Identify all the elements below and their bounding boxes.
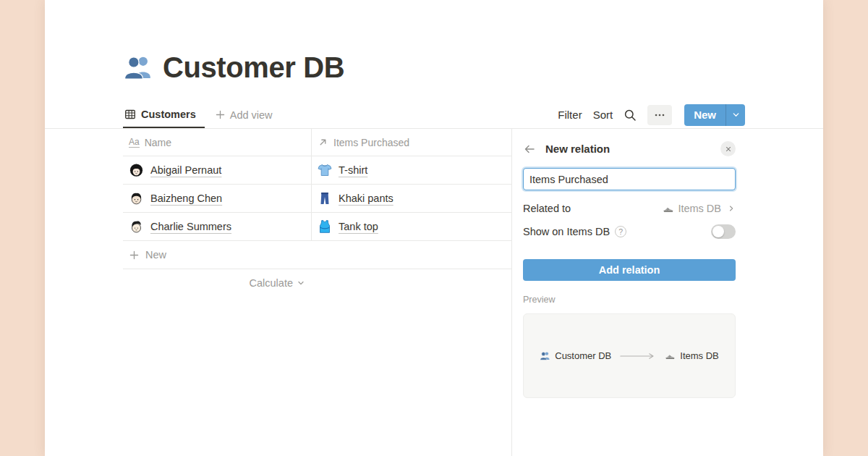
filter-button[interactable]: Filter bbox=[558, 109, 582, 121]
column-label: Items Purchased bbox=[333, 137, 409, 148]
table-icon bbox=[124, 109, 136, 120]
relation-name-input[interactable] bbox=[523, 168, 736, 190]
new-row-label: New bbox=[145, 249, 166, 261]
relation-arrow-icon bbox=[318, 137, 328, 148]
row-item-link[interactable]: T-shirt bbox=[339, 164, 367, 176]
customers-table: Aa Name Items Purchased Abigail Pernaut … bbox=[123, 129, 511, 456]
search-icon[interactable] bbox=[624, 109, 637, 122]
plus-icon bbox=[129, 250, 140, 261]
sneaker-icon bbox=[665, 350, 676, 361]
row-name-link[interactable]: Charlie Summers bbox=[150, 221, 231, 232]
avatar-charlie-icon bbox=[129, 219, 144, 235]
toggle-knob bbox=[712, 226, 724, 237]
relation-preview: Customer DB Items DB bbox=[523, 313, 736, 398]
preview-target-label: Items DB bbox=[680, 350, 718, 361]
table-row: Charlie Summers Tank top bbox=[123, 213, 511, 241]
relation-panel: New relation Related to Items DB Show on… bbox=[511, 129, 823, 456]
row-item-link[interactable]: Khaki pants bbox=[339, 193, 393, 204]
column-label: Name bbox=[145, 137, 171, 148]
plus-icon bbox=[215, 109, 226, 120]
tab-customers[interactable]: Customers bbox=[123, 101, 205, 128]
related-to-label: Related to bbox=[523, 203, 571, 214]
calculate-label: Calculate bbox=[250, 277, 293, 289]
related-to-row[interactable]: Related to Items DB bbox=[523, 200, 736, 216]
notion-page-card: Customer DB Customers Add view Filter So… bbox=[45, 0, 823, 456]
close-icon bbox=[724, 145, 733, 153]
add-view-label: Add view bbox=[230, 109, 273, 121]
people-icon[interactable] bbox=[123, 52, 153, 83]
table-row: Baizheng Chen Khaki pants bbox=[123, 185, 511, 213]
row-item-link[interactable]: Tank top bbox=[339, 221, 378, 232]
row-name-link[interactable]: Baizheng Chen bbox=[150, 193, 222, 204]
text-property-icon: Aa bbox=[129, 138, 140, 148]
chevron-down-icon bbox=[297, 279, 305, 287]
close-button[interactable] bbox=[720, 141, 736, 156]
page-title: Customer DB bbox=[163, 51, 344, 84]
add-view-button[interactable]: Add view bbox=[212, 109, 276, 121]
sneaker-icon bbox=[663, 203, 674, 214]
column-header-name[interactable]: Aa Name bbox=[123, 129, 311, 156]
new-row-button[interactable]: New bbox=[123, 241, 511, 269]
add-relation-button[interactable]: Add relation bbox=[523, 259, 736, 281]
question-icon[interactable]: ? bbox=[615, 226, 626, 237]
arrow-left-icon bbox=[523, 143, 536, 156]
pants-icon bbox=[318, 191, 332, 206]
show-on-label: Show on Items DB bbox=[523, 226, 610, 237]
new-button[interactable]: New bbox=[684, 104, 726, 126]
relation-panel-header: New relation bbox=[523, 141, 736, 156]
avatar-abigail-icon bbox=[129, 163, 144, 178]
preview-source-label: Customer DB bbox=[555, 350, 611, 361]
new-dropdown-button[interactable] bbox=[726, 104, 745, 126]
column-header-items-purchased[interactable]: Items Purchased bbox=[311, 129, 511, 156]
tab-label: Customers bbox=[141, 109, 196, 120]
new-button-group: New bbox=[684, 104, 745, 126]
tshirt-icon bbox=[318, 163, 332, 177]
calculate-button[interactable]: Calculate bbox=[123, 269, 305, 297]
long-arrow-right-icon bbox=[619, 352, 657, 360]
page-header: Customer DB bbox=[45, 0, 823, 84]
tanktop-icon bbox=[318, 219, 332, 234]
view-bar: Customers Add view Filter Sort New bbox=[123, 101, 745, 128]
back-button[interactable] bbox=[523, 143, 536, 156]
related-to-value: Items DB bbox=[678, 203, 721, 214]
screenshot-root: { "window": { "bg_color": "#f4dccb", "ca… bbox=[0, 0, 868, 456]
preview-label: Preview bbox=[523, 295, 823, 305]
panel-title: New relation bbox=[545, 143, 610, 155]
sort-button[interactable]: Sort bbox=[593, 109, 613, 121]
show-on-toggle[interactable] bbox=[711, 224, 736, 239]
table-row: Abigail Pernaut T-shirt bbox=[123, 156, 511, 185]
people-icon bbox=[540, 350, 550, 361]
show-on-row: Show on Items DB ? bbox=[523, 224, 736, 240]
row-name-link[interactable]: Abigail Pernaut bbox=[150, 164, 221, 176]
chevron-right-icon bbox=[727, 204, 736, 213]
calculate-row: Calculate bbox=[123, 269, 511, 297]
ellipsis-icon bbox=[653, 109, 666, 122]
more-options-button[interactable] bbox=[647, 105, 672, 125]
chevron-down-icon bbox=[731, 110, 741, 119]
table-header-row: Aa Name Items Purchased bbox=[123, 129, 511, 156]
avatar-baizheng-icon bbox=[129, 191, 144, 206]
